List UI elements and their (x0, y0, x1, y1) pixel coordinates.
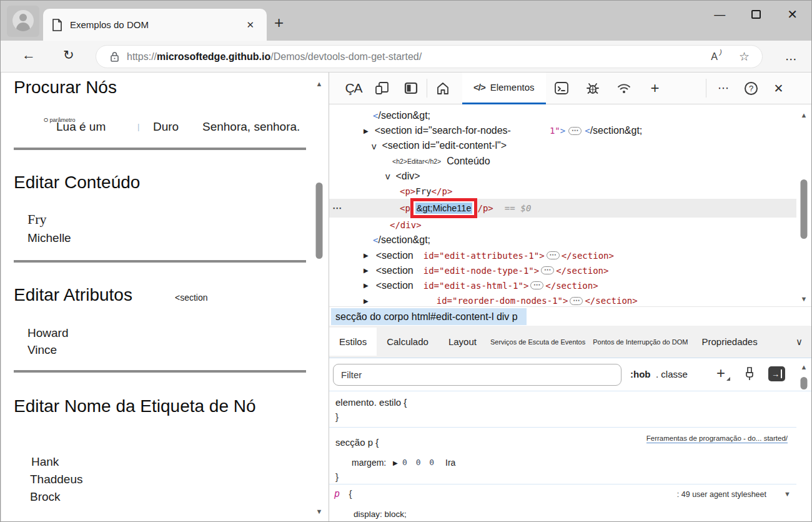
expand-arrow-icon[interactable]: v (385, 171, 390, 181)
refresh-button[interactable]: ↻ (63, 48, 74, 61)
minimize-button[interactable]: — (714, 8, 725, 21)
tab-close-icon[interactable]: ✕ (242, 18, 258, 32)
window-close-button[interactable]: ✕ (787, 7, 798, 22)
maximize-button[interactable] (751, 10, 761, 19)
devtools-menu-icon[interactable]: ⋯ (710, 81, 738, 95)
styles-tab[interactable]: Layout (438, 328, 487, 356)
more-tools-plus-icon[interactable]: + (640, 79, 671, 97)
scroll-down-icon[interactable]: ▼ (316, 508, 323, 515)
styles-tab[interactable]: Pontos de Interrupção do DOM (589, 329, 691, 354)
console-icon[interactable] (546, 81, 577, 95)
dom-tree-scrollbar[interactable]: ▲ ▼ (797, 108, 811, 306)
browser-tab[interactable]: Exemplos do DOM ✕ (43, 9, 267, 41)
page-scrollbar[interactable]: ▲ ▼ (312, 73, 326, 522)
dom-tree-row[interactable]: v<section id="edit-content-l"> (329, 138, 796, 153)
stylesheet-source-link[interactable]: Ferramentas de programação - do... start… (646, 434, 788, 443)
styles-tab[interactable]: Calculado (377, 328, 438, 356)
dom-token: Fry (415, 186, 431, 196)
breadcrumb[interactable]: secção do corpo html#edit-content-l div … (331, 308, 527, 325)
page-document-icon (52, 19, 62, 31)
inspect-tool-button[interactable]: ÇA (339, 81, 368, 96)
rule-close-brace: } (335, 471, 339, 482)
home-icon[interactable] (428, 82, 457, 95)
scroll-thumb[interactable] (801, 179, 808, 239)
dom-tree-row[interactable]: ▶<sectionid="edit-attributes-1">⋯</secti… (329, 248, 796, 263)
dom-tree-row[interactable]: </section&gt; (329, 233, 796, 248)
page-pane: Procurar Nós O parâmetro Lua é um | Duro… (1, 73, 329, 522)
ellipsis-button[interactable]: ⋯ (530, 281, 543, 289)
dom-tree-row[interactable]: v<div> (329, 169, 796, 184)
dom-token: <section (376, 265, 413, 276)
scroll-down-icon[interactable]: ▼ (784, 490, 791, 498)
rule-element-style-selector[interactable]: elemento. estilo { (335, 397, 407, 408)
profile-avatar[interactable] (7, 6, 39, 37)
css-value-unit[interactable]: Ira (445, 458, 455, 468)
dom-tree-row[interactable]: ▶<section id="search-for-nodes-1">⋯</sec… (329, 123, 796, 138)
new-style-rule-button[interactable]: + (716, 364, 725, 382)
toggle-hover-state-button[interactable]: :hob (630, 369, 650, 379)
styles-filter-input[interactable] (333, 364, 621, 386)
rule-section-p-selector[interactable]: secção p { (335, 437, 379, 448)
dom-tree-row[interactable]: <h2>Editar</h2>Conteúdo (329, 154, 796, 169)
dom-token: </p> (432, 186, 453, 196)
back-button[interactable]: ← (22, 48, 36, 62)
help-icon[interactable]: ? (738, 82, 765, 95)
styles-tab[interactable]: Serviços de Escuta de Eventos (487, 329, 589, 354)
scroll-thumb[interactable] (316, 183, 323, 259)
dom-tree-row[interactable]: ▶id="reorder-dom-nodes-1">⋯</section> (329, 293, 796, 306)
rule-close-brace: } (335, 411, 339, 422)
expand-arrow-icon[interactable]: ▶ (364, 128, 369, 134)
new-tab-button[interactable]: + (274, 14, 284, 31)
scroll-down-icon[interactable]: ▼ (801, 295, 808, 303)
dom-tree-row[interactable]: </section&gt; (329, 108, 796, 123)
ellipsis-button[interactable]: ⋯ (541, 266, 554, 274)
bug-icon[interactable] (577, 81, 608, 96)
dom-token: id="edit-as-html-1"> (423, 281, 529, 291)
expand-arrow-icon[interactable]: ▶ (364, 298, 369, 304)
expand-arrow-icon[interactable]: v (372, 141, 377, 151)
network-conditions-icon[interactable] (608, 82, 640, 94)
chevron-down-icon[interactable]: ∨ (796, 336, 803, 348)
styles-filter-row: :hob . classe + → ▲ (329, 358, 812, 391)
styles-scrollbar-top[interactable]: ▲ (797, 363, 811, 389)
inline-edit-text[interactable]: &gt;Miche11e (415, 203, 473, 214)
computed-sidebar-toggle-button[interactable]: → (768, 366, 785, 381)
favorites-star-icon[interactable]: ☆ (739, 49, 750, 64)
dock-side-icon[interactable] (397, 82, 425, 94)
dom-tree-row[interactable]: <p>Fry</p> (329, 184, 796, 199)
styles-tab[interactable]: Propriedades (691, 328, 767, 356)
expand-arrow-icon[interactable]: ▶ (364, 267, 369, 274)
scroll-up-icon[interactable]: ▲ (801, 111, 808, 119)
css-property-margin[interactable]: margem: (352, 458, 386, 468)
device-emulation-icon[interactable] (368, 81, 397, 95)
scroll-up-icon[interactable]: ▲ (801, 363, 808, 371)
devtools-close-icon[interactable]: ✕ (765, 81, 793, 96)
expand-arrow-icon[interactable]: ▶ (364, 282, 369, 289)
dom-tree-row[interactable]: ▶<sectionid="edit-as-html-1">⋯</section> (329, 278, 796, 293)
css-property-display[interactable]: display: block; (354, 509, 407, 519)
scroll-thumb[interactable] (801, 377, 808, 389)
rule-p-selector[interactable]: p { (334, 488, 352, 499)
dom-token: /section&gt; (590, 125, 643, 136)
css-value-margin[interactable]: 0 0 0 (402, 458, 434, 467)
text-separator: | (137, 122, 139, 131)
ellipsis-button[interactable]: ⋯ (547, 251, 560, 259)
toggle-class-button[interactable]: . classe (656, 369, 688, 379)
ellipsis-button[interactable]: ⋯ (570, 297, 583, 305)
lock-icon[interactable] (110, 51, 119, 63)
ellipsis-button[interactable]: ⋯ (568, 127, 582, 135)
styles-tab[interactable]: Estilos (329, 328, 377, 356)
dom-tree-row[interactable]: ▶<sectionid="edit-node-type-1">⋯</sectio… (329, 263, 796, 278)
paint-brush-icon[interactable] (743, 366, 756, 381)
url-text[interactable]: https://microsoftedge.github.io/Demos/de… (127, 51, 422, 63)
tab-elements[interactable]: </> Elementos (462, 73, 546, 104)
dom-token: <p> (400, 186, 415, 196)
dom-tree-row[interactable]: ⋯<p&gt;Miche11e/p>==$0 (329, 199, 796, 218)
browser-menu-icon[interactable]: ⋯ (785, 52, 798, 66)
read-aloud-icon[interactable]: A) (711, 51, 718, 63)
dom-tree-row[interactable]: </div> (329, 218, 796, 233)
expand-arrow-icon[interactable]: ▶ (364, 252, 369, 259)
expand-arrow-icon[interactable]: ▶ (393, 459, 398, 466)
address-bar[interactable]: https://microsoftedge.github.io/Demos/de… (96, 45, 763, 68)
scroll-up-icon[interactable]: ▲ (316, 80, 323, 88)
